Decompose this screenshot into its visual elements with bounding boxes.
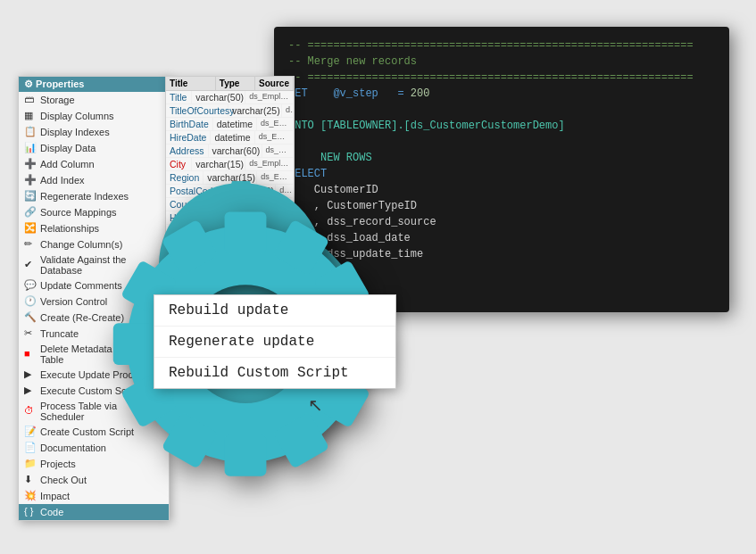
indexes-icon: 📋 — [24, 126, 37, 138]
svg-rect-16 — [113, 323, 155, 365]
col-src-toc: ds_Employees_c... — [282, 104, 294, 117]
col-type-header: Type — [216, 77, 255, 90]
version-icon: 🕐 — [24, 295, 37, 308]
truncate-icon: ✂ — [24, 327, 37, 340]
col-row-3: BirthDate datetime ds_Employees_c... — [166, 118, 294, 131]
source-icon: 🔗 — [24, 206, 37, 219]
rebuild-custom-script-label: Rebuild Custom Script — [169, 365, 349, 381]
col-row-1: Title varchar(50) ds_Employees_c... — [166, 91, 294, 104]
storage-icon: 🗃 — [24, 94, 37, 106]
left-panel-title: Properties — [36, 79, 84, 89]
checkout-icon: ⬇ — [24, 474, 37, 486]
code-item[interactable]: { } Code — [19, 504, 169, 520]
change-icon: ✏ — [24, 238, 37, 251]
data-icon: 📊 — [24, 142, 37, 154]
columns-header: Title Type Source — [166, 77, 294, 91]
code-icon: { } — [24, 506, 37, 518]
col-name-addr: Address — [166, 145, 209, 157]
rebuild-custom-script-item[interactable]: Rebuild Custom Script — [154, 358, 395, 388]
col-src-header: Source — [255, 77, 294, 90]
col-row-2: TitleOfCourtesy varchar(25) ds_Employees… — [166, 104, 294, 118]
col-name-title: Title — [166, 91, 192, 103]
properties-icon: ⚙ — [24, 79, 33, 89]
exec-cs-icon: ▶ — [24, 384, 37, 397]
exec-up-icon: ▶ — [24, 368, 37, 381]
columns-icon: ▦ — [24, 110, 37, 122]
display-data-label: Display Data — [40, 143, 96, 153]
impact-label: Impact — [40, 491, 70, 501]
process-icon: ⏱ — [24, 405, 37, 418]
col-src-addr: ds_Employees_c... — [262, 145, 294, 157]
svg-rect-7 — [225, 211, 267, 253]
code-line-6: ( — [288, 134, 715, 150]
svg-rect-13 — [225, 434, 267, 476]
impact-icon: 💥 — [24, 490, 37, 502]
scene: -- =====================================… — [0, 0, 756, 554]
proj-icon: 📁 — [24, 458, 37, 470]
col-name-toc: TitleOfCourtesy — [166, 104, 228, 117]
delete-icon: ■ — [24, 348, 37, 360]
col-src-title: ds_Employees_c... — [245, 91, 294, 103]
regenerate-update-item[interactable]: Regenerate update — [154, 327, 395, 358]
code-line-3: -- =====================================… — [288, 70, 715, 86]
display-indexes-item[interactable]: 📋 Display Indexes — [19, 124, 169, 140]
update-icon: 💬 — [24, 279, 37, 292]
left-panel-header: ⚙ Properties — [19, 77, 169, 92]
projects-label: Projects — [40, 459, 76, 469]
create-cs-icon: 📝 — [24, 426, 37, 438]
col-name-hd: HireDate — [166, 131, 211, 144]
regenerate-update-label: Regenerate update — [169, 334, 314, 350]
mouse-cursor: ↖ — [308, 394, 323, 416]
create-icon: 🔨 — [24, 311, 37, 324]
storage-label: Storage — [40, 95, 75, 105]
add-col-icon: ➕ — [24, 158, 37, 170]
display-data-item[interactable]: 📊 Display Data — [19, 140, 169, 156]
display-columns-item[interactable]: ▦ Display Columns — [19, 108, 169, 124]
code-label: Code — [40, 507, 63, 517]
col-type-title: varchar(50) — [192, 91, 245, 103]
col-src-hd: ds_Employees_c... — [255, 131, 294, 144]
col-type-bd: datetime — [213, 118, 257, 130]
rel-icon: 🔀 — [24, 222, 37, 235]
display-indexes-label: Display Indexes — [40, 127, 110, 137]
display-columns-label: Display Columns — [40, 111, 114, 121]
code-line-4: SET @v_step = 200 — [288, 86, 715, 102]
col-name-header: Title — [166, 77, 216, 90]
rebuild-update-label: Rebuild update — [169, 302, 288, 318]
col-type-hd: datetime — [211, 131, 254, 144]
col-src-bd: ds_Employees_c... — [257, 118, 294, 130]
add-idx-icon: ➕ — [24, 174, 37, 186]
context-menu: Rebuild update Regenerate update Rebuild… — [154, 294, 396, 389]
regen-icon: 🔄 — [24, 190, 37, 203]
code-line-5: INTO [TABLEOWNER].[ds_CustomerCustomerDe… — [288, 118, 715, 134]
validate-icon: ✔ — [24, 259, 37, 271]
col-type-toc: varchar(25) — [228, 104, 282, 117]
code-line-2: -- Merge new records — [288, 54, 715, 70]
col-row-4: HireDate datetime ds_Employees_c... — [166, 131, 294, 145]
doc-icon: 📄 — [24, 442, 37, 454]
rebuild-update-item[interactable]: Rebuild update — [154, 295, 395, 327]
storage-item[interactable]: 🗃 Storage — [19, 92, 169, 108]
code-line-1: -- =====================================… — [288, 37, 715, 54]
col-name-bd: BirthDate — [166, 118, 213, 130]
col-type-addr: varchar(60) — [209, 145, 262, 157]
